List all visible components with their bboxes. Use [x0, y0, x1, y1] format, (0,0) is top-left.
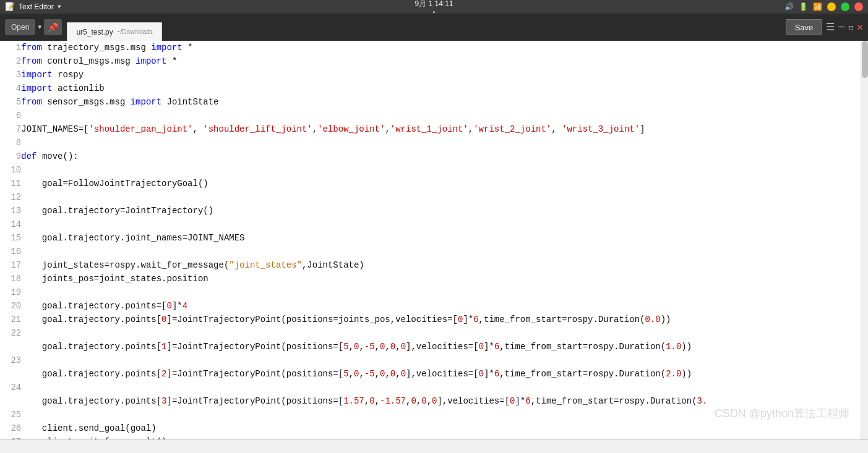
table-row: 18 joints_pos=joint_states.position [0, 272, 861, 286]
line-number: 13 [0, 204, 21, 218]
line-number [0, 367, 21, 381]
line-code[interactable] [21, 218, 861, 231]
line-number: 24 [0, 381, 21, 394]
line-number: 6 [0, 109, 21, 122]
line-code[interactable]: from sensor_msgs.msg import JointState [21, 95, 861, 109]
table-row: 7JOINT_NAMES=['shoulder_pan_joint', 'sho… [0, 122, 861, 136]
battery-icon: 🔋 [799, 2, 808, 12]
line-code[interactable] [21, 245, 861, 258]
line-code[interactable]: goal=FollowJointTrajectoryGoal() [21, 177, 861, 190]
open-button[interactable]: Open [5, 19, 35, 35]
file-tab-path: ~/Downloads [117, 28, 153, 35]
line-number: 25 [0, 408, 21, 421]
line-number: 16 [0, 245, 21, 258]
network-icon: 📶 [813, 2, 822, 12]
code-table: 1from trajectory_msgs.msg import *2from … [0, 41, 861, 439]
line-code[interactable] [21, 408, 861, 421]
line-number: 11 [0, 177, 21, 190]
table-row: 6 [0, 109, 861, 122]
app-icon: 📝 [5, 2, 15, 12]
table-row: 24 [0, 381, 861, 394]
table-row: 26 client.send_goal(goal) [0, 421, 861, 435]
code-container: 1from trajectory_msgs.msg import *2from … [0, 41, 868, 439]
table-row: goal.trajectory.points[2]=JointTrajector… [0, 367, 861, 381]
line-number: 5 [0, 95, 21, 109]
dropdown-icon[interactable]: ▼ [58, 4, 61, 11]
window-restore-icon[interactable]: ◻ [848, 22, 853, 33]
table-row: 2from control_msgs.msg import * [0, 54, 861, 68]
line-code[interactable] [21, 354, 861, 367]
open-dropdown-icon[interactable]: ▼ [38, 24, 41, 31]
line-code[interactable]: goal.trajectory.points[1]=JointTrajector… [21, 340, 861, 354]
table-row: 10 [0, 163, 861, 177]
table-row: 8 [0, 136, 861, 150]
line-number: 27 [0, 435, 21, 439]
file-tab-area: ur5_test.py ~/Downloads [67, 14, 780, 41]
line-code[interactable] [21, 381, 861, 394]
titlebar-left: 📝 Text Editor ▼ [5, 2, 61, 12]
line-code[interactable]: goal.trajectory.points[3]=JointTrajector… [21, 394, 861, 408]
toolbar-right: Save ☰ — ◻ ✕ [781, 14, 868, 41]
line-code[interactable]: goal.trajectory.joint_names=JOINT_NAMES [21, 231, 861, 245]
app-title: Text Editor [19, 2, 54, 11]
minimize-button[interactable] [827, 2, 836, 11]
line-code[interactable]: goal.trajectory.points[2]=JointTrajector… [21, 367, 861, 381]
line-code[interactable]: JOINT_NAMES=['shoulder_pan_joint', 'shou… [21, 122, 861, 136]
table-row: 13 goal.trajectory=JointTrajectory() [0, 204, 861, 218]
line-code[interactable] [21, 109, 861, 122]
line-code[interactable]: def move(): [21, 150, 861, 163]
line-code[interactable] [21, 286, 861, 299]
datetime: 9月 1 14:11 [415, 0, 453, 9]
file-tab-name: ur5_test.py [76, 28, 113, 36]
table-row: 3import rospy [0, 68, 861, 82]
menu-icon[interactable]: ☰ [826, 21, 835, 33]
line-number: 10 [0, 163, 21, 177]
line-code[interactable]: joints_pos=joint_states.position [21, 272, 861, 286]
line-code[interactable] [21, 190, 861, 204]
line-number: 23 [0, 354, 21, 367]
table-row: 12 [0, 190, 861, 204]
save-button[interactable]: Save [786, 19, 823, 35]
titlebar-center: 9月 1 14:11 ● [415, 0, 453, 15]
line-code[interactable]: import rospy [21, 68, 861, 82]
line-code[interactable]: from trajectory_msgs.msg import * [21, 41, 861, 54]
line-code[interactable]: goal.trajectory.points[0]=JointTrajector… [21, 313, 861, 326]
table-row: 27 client.wait_for_result() [0, 435, 861, 439]
window-minimize-icon[interactable]: — [838, 22, 844, 33]
table-row: 15 goal.trajectory.joint_names=JOINT_NAM… [0, 231, 861, 245]
line-number: 14 [0, 218, 21, 231]
line-code[interactable]: from control_msgs.msg import * [21, 54, 861, 68]
line-code[interactable]: import actionlib [21, 82, 861, 95]
line-code[interactable] [21, 326, 861, 340]
line-number [0, 394, 21, 408]
line-code[interactable]: client.send_goal(goal) [21, 421, 861, 435]
line-code[interactable]: goal.trajectory=JointTrajectory() [21, 204, 861, 218]
sound-icon: 🔊 [784, 2, 794, 12]
line-code[interactable] [21, 136, 861, 150]
table-row: 20 goal.trajectory.points=[0]*4 [0, 299, 861, 313]
line-number: 19 [0, 286, 21, 299]
maximize-button[interactable] [841, 2, 849, 11]
table-row: 11 goal=FollowJointTrajectoryGoal() [0, 177, 861, 190]
line-number: 22 [0, 326, 21, 340]
line-code[interactable] [21, 163, 861, 177]
file-tab[interactable]: ur5_test.py ~/Downloads [67, 22, 161, 41]
table-row: 25 [0, 408, 861, 421]
line-code[interactable]: client.wait_for_result() [21, 435, 861, 439]
line-code[interactable]: goal.trajectory.points=[0]*4 [21, 299, 861, 313]
line-number: 17 [0, 258, 21, 272]
table-row: 19 [0, 286, 861, 299]
line-code[interactable]: joint_states=rospy.wait_for_message("joi… [21, 258, 861, 272]
code-scroll[interactable]: 1from trajectory_msgs.msg import *2from … [0, 41, 861, 439]
line-number: 12 [0, 190, 21, 204]
line-number: 7 [0, 122, 21, 136]
scrollbar-thumb[interactable] [862, 41, 868, 78]
filebar: Open ▼ 📌 ur5_test.py ~/Downloads Save ☰ … [0, 14, 868, 41]
table-row: 23 [0, 354, 861, 367]
table-row: 1from trajectory_msgs.msg import * [0, 41, 861, 54]
close-button[interactable] [854, 2, 863, 11]
window-close-icon[interactable]: ✕ [857, 21, 863, 33]
scrollbar[interactable] [861, 41, 868, 439]
titlebar: 📝 Text Editor ▼ 9月 1 14:11 ● 🔊 🔋 📶 [0, 0, 868, 14]
pin-button[interactable]: 📌 [44, 19, 62, 35]
